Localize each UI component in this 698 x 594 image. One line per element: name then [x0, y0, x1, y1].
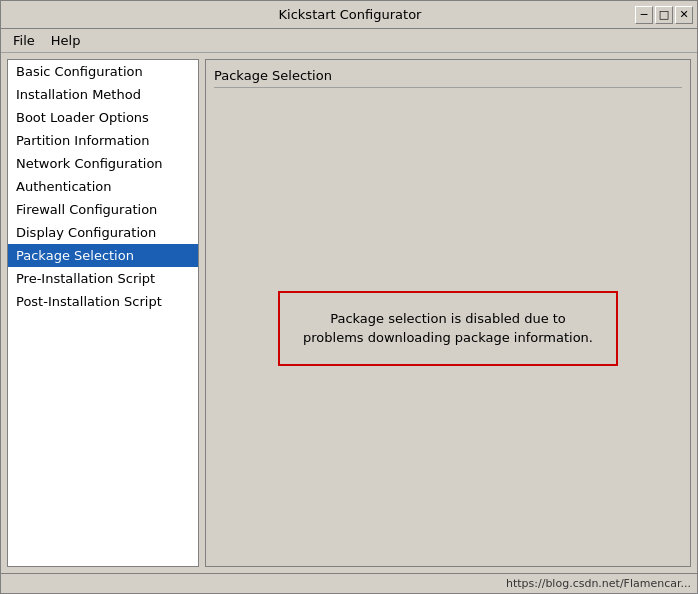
menu-help[interactable]: Help [43, 31, 89, 50]
sidebar-item-package-selection[interactable]: Package Selection [8, 244, 198, 267]
sidebar-item-basic-configuration[interactable]: Basic Configuration [8, 60, 198, 83]
sidebar-item-post-installation-script[interactable]: Post-Installation Script [8, 290, 198, 313]
title-bar: Kickstart Configurator ─ □ ✕ [1, 1, 697, 29]
sidebar: Basic Configuration Installation Method … [7, 59, 199, 567]
minimize-button[interactable]: ─ [635, 6, 653, 24]
main-panel: Package Selection Package selection is d… [205, 59, 691, 567]
statusbar: https://blog.csdn.net/Flamencar... [1, 573, 697, 593]
sidebar-item-display-configuration[interactable]: Display Configuration [8, 221, 198, 244]
sidebar-item-partition-information[interactable]: Partition Information [8, 129, 198, 152]
menu-file[interactable]: File [5, 31, 43, 50]
title-bar-buttons: ─ □ ✕ [635, 6, 693, 24]
error-message-text: Package selection is disabled due to pro… [303, 311, 593, 346]
sidebar-item-boot-loader-options[interactable]: Boot Loader Options [8, 106, 198, 129]
panel-content: Package selection is disabled due to pro… [214, 98, 682, 558]
sidebar-item-authentication[interactable]: Authentication [8, 175, 198, 198]
window-title: Kickstart Configurator [65, 7, 635, 22]
sidebar-item-network-configuration[interactable]: Network Configuration [8, 152, 198, 175]
error-message-box: Package selection is disabled due to pro… [278, 291, 618, 366]
sidebar-item-pre-installation-script[interactable]: Pre-Installation Script [8, 267, 198, 290]
sidebar-item-firewall-configuration[interactable]: Firewall Configuration [8, 198, 198, 221]
maximize-button[interactable]: □ [655, 6, 673, 24]
main-window: Kickstart Configurator ─ □ ✕ File Help B… [0, 0, 698, 594]
close-button[interactable]: ✕ [675, 6, 693, 24]
content-area: Basic Configuration Installation Method … [1, 53, 697, 573]
status-url: https://blog.csdn.net/Flamencar... [506, 577, 691, 590]
menubar: File Help [1, 29, 697, 53]
sidebar-item-installation-method[interactable]: Installation Method [8, 83, 198, 106]
panel-title: Package Selection [214, 68, 332, 83]
